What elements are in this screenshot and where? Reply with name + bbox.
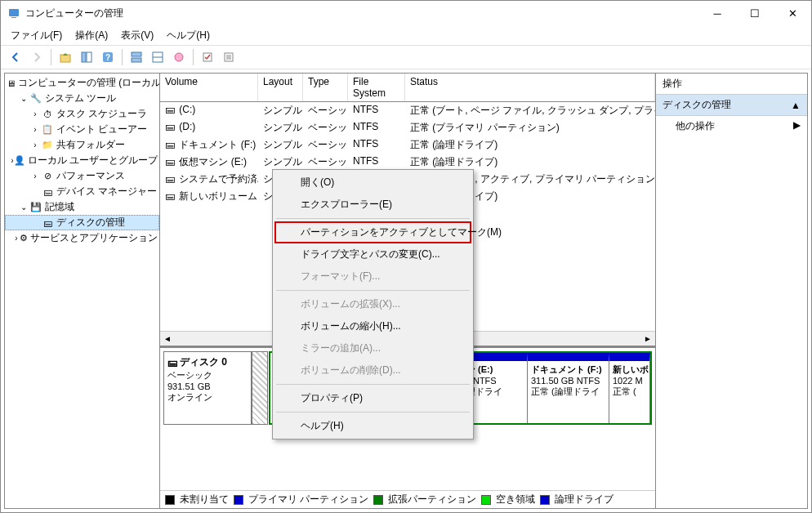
tree-label: サービスとアプリケーション <box>30 231 158 245</box>
tree-item-1[interactable]: ⌄🔧システム ツール <box>5 91 159 106</box>
tree-node-icon: 🖴 <box>41 185 54 199</box>
context-menu-item[interactable]: ヘルプ(H) <box>274 415 471 437</box>
tree-label: コンピューターの管理 (ローカル) <box>18 76 160 90</box>
toolbar: ? <box>1 45 811 69</box>
context-menu-item: ミラーの追加(A)... <box>274 337 471 359</box>
volume-row[interactable]: 🖴 (C:)シンプルベーシックNTFS正常 (ブート, ページ ファイル, クラ… <box>160 102 655 119</box>
menu-item-3[interactable]: ヘルプ(H) <box>160 27 216 44</box>
tree-item-6[interactable]: ›⊘パフォーマンス <box>5 168 159 184</box>
tree-item-9[interactable]: 🖴ディスクの管理 <box>5 215 159 230</box>
tree-label: システム ツール <box>45 91 116 105</box>
tree-toggle-icon[interactable]: › <box>13 234 20 243</box>
scroll-right-icon[interactable]: ► <box>640 332 655 346</box>
legend-label: 未割り当て <box>180 493 229 506</box>
tree-node-icon: 👤 <box>14 154 25 167</box>
tree-toggle-icon[interactable]: › <box>29 125 41 134</box>
disk-name: ディスク 0 <box>180 355 227 369</box>
tree-item-4[interactable]: ›📁共有フォルダー <box>5 137 159 153</box>
close-button[interactable]: ✕ <box>774 1 811 25</box>
tree-node-icon: 💾 <box>29 201 42 214</box>
col-volume[interactable]: Volume <box>160 74 258 101</box>
tree-item-8[interactable]: ⌄💾記憶域 <box>5 199 159 215</box>
help-button[interactable]: ? <box>98 47 118 67</box>
reserved-stripe <box>252 351 268 425</box>
col-layout[interactable]: Layout <box>258 74 303 101</box>
legend-swatch <box>481 495 491 505</box>
context-menu-item: ボリュームの拡張(X)... <box>274 293 471 315</box>
svg-point-11 <box>175 53 183 61</box>
actions-section[interactable]: ディスクの管理 ▲ <box>656 95 807 116</box>
tree-label: 共有フォルダー <box>56 138 125 152</box>
disk-state: オンライン <box>167 391 248 404</box>
context-menu-item[interactable]: プロパティ(P) <box>274 387 471 409</box>
context-menu-item[interactable]: 開く(O) <box>274 172 471 194</box>
volume-row[interactable]: 🖴 仮想マシン (E:)シンプルベーシックNTFS正常 (論理ドライブ) <box>160 154 655 171</box>
back-button[interactable] <box>6 47 25 67</box>
col-fs[interactable]: File System <box>348 74 405 101</box>
forward-button[interactable] <box>27 47 47 67</box>
maximize-button[interactable]: ☐ <box>736 1 774 25</box>
col-status[interactable]: Status <box>405 74 655 101</box>
context-menu-item[interactable]: パーティションをアクティブとしてマーク(M) <box>274 221 471 243</box>
tree-item-0[interactable]: 🖥コンピューターの管理 (ローカル) <box>5 75 159 91</box>
tree-toggle-icon[interactable]: › <box>29 141 41 149</box>
list-button[interactable] <box>219 47 239 67</box>
tree-item-7[interactable]: 🖴デバイス マネージャー <box>5 184 159 199</box>
nav-tree[interactable]: 🖥コンピューターの管理 (ローカル)⌄🔧システム ツール›⏱タスク スケジューラ… <box>5 74 160 508</box>
show-hide-button[interactable] <box>77 47 96 67</box>
menu-separator <box>276 384 470 385</box>
tree-node-icon: ⏱ <box>41 108 54 121</box>
tree-toggle-icon[interactable]: ⌄ <box>18 203 29 212</box>
volume-icon: 🖴 <box>165 190 176 202</box>
legend-label: 拡張パーティション <box>388 493 476 506</box>
volume-row[interactable]: 🖴 ドキュメント (F:)シンプルベーシックNTFS正常 (論理ドライブ) <box>160 136 655 154</box>
legend-swatch <box>540 495 550 505</box>
tree-label: パフォーマンス <box>56 169 125 183</box>
context-menu-item[interactable]: ボリュームの縮小(H)... <box>274 315 471 337</box>
view2-button[interactable] <box>148 47 167 67</box>
partition[interactable]: 新しいボ1022 M正常 ( <box>609 353 650 423</box>
tree-item-10[interactable]: ›⚙サービスとアプリケーション <box>5 230 159 246</box>
tree-label: 記憶域 <box>45 200 74 214</box>
tree-toggle-icon[interactable]: ⌄ <box>18 94 29 103</box>
view1-button[interactable] <box>127 47 146 67</box>
context-menu-item: ボリュームの削除(D)... <box>274 359 471 381</box>
tree-label: デバイス マネージャー <box>56 185 157 199</box>
actions-more[interactable]: 他の操作 ▶ <box>656 116 807 136</box>
col-type[interactable]: Type <box>303 74 348 101</box>
up-button[interactable] <box>56 47 75 67</box>
tree-toggle-icon[interactable]: › <box>29 172 41 181</box>
check-button[interactable] <box>198 47 217 67</box>
tree-toggle-icon[interactable]: › <box>29 109 41 118</box>
volume-icon: 🖴 <box>165 156 176 167</box>
context-menu-item[interactable]: エクスプローラー(E) <box>274 194 471 216</box>
legend-swatch <box>373 495 383 505</box>
disk-info[interactable]: 🖴ディスク 0 ベーシック 931.51 GB オンライン <box>163 351 252 425</box>
svg-rect-0 <box>9 9 19 16</box>
tree-item-3[interactable]: ›📋イベント ビューアー <box>5 122 159 137</box>
scroll-left-icon[interactable]: ◄ <box>160 332 175 346</box>
menu-separator <box>276 218 470 219</box>
tree-node-icon: 📋 <box>41 123 54 136</box>
volume-icon: 🖴 <box>165 173 176 185</box>
menu-item-2[interactable]: 表示(V) <box>114 27 160 44</box>
actions-section-label: ディスクの管理 <box>663 98 731 112</box>
tree-label: ローカル ユーザーとグループ <box>28 154 158 167</box>
context-menu-item[interactable]: ドライブ文字とパスの変更(C)... <box>274 243 471 265</box>
partition[interactable]: ドキュメント (F:)311.50 GB NTFS正常 (論理ドライ <box>528 353 609 423</box>
settings-button[interactable] <box>169 47 189 67</box>
tree-item-2[interactable]: ›⏱タスク スケジューラ <box>5 106 159 122</box>
legend-label: プライマリ パーティション <box>248 493 368 506</box>
app-icon <box>7 7 20 20</box>
tree-node-icon: 🖥 <box>7 77 16 90</box>
disk-icon: 🖴 <box>167 357 177 368</box>
volume-row[interactable]: 🖴 (D:)シンプルベーシックNTFS正常 (プライマリ パーティション) <box>160 119 655 136</box>
volume-icon: 🖴 <box>165 121 176 132</box>
svg-rect-8 <box>132 58 141 62</box>
menu-item-1[interactable]: 操作(A) <box>69 27 114 44</box>
minimize-button[interactable]: ─ <box>698 1 736 25</box>
context-menu[interactable]: 開く(O)エクスプローラー(E)パーティションをアクティブとしてマーク(M)ドラ… <box>272 169 474 439</box>
menu-item-0[interactable]: ファイル(F) <box>4 27 69 44</box>
tree-item-5[interactable]: ›👤ローカル ユーザーとグループ <box>5 153 159 168</box>
svg-rect-2 <box>60 55 70 62</box>
